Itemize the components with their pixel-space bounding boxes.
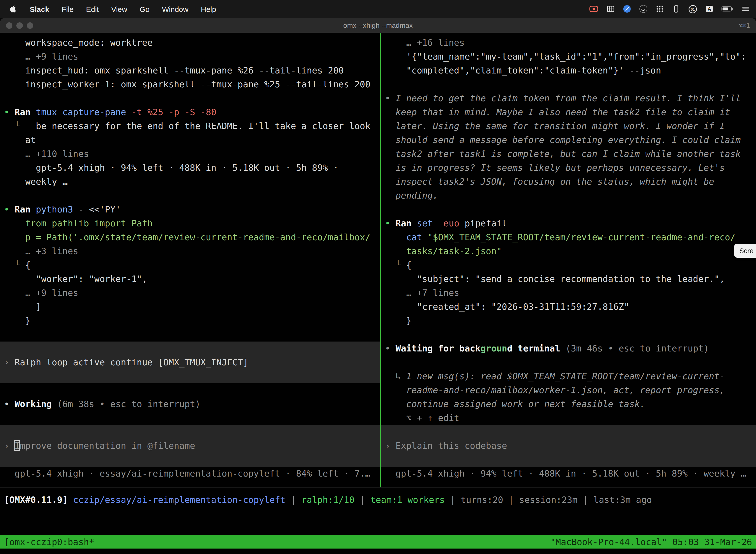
menu-bar-status-icons: 61 A (589, 4, 756, 14)
battery-icon[interactable] (721, 4, 734, 13)
screen-recording-icon[interactable] (589, 4, 599, 13)
text-segment: gpt-5.4 xhigh · 94% left · 488K in · 5.1… (4, 162, 338, 173)
terminal-line (381, 355, 756, 369)
spreadsheet-icon[interactable] (606, 4, 615, 13)
active-app-name[interactable]: Slack (30, 5, 49, 13)
text-segment: | (578, 494, 593, 505)
tmux-status-right: "MacBook-Pro-44.local" 05:03 31-Mar-26 (550, 537, 752, 547)
terminal-line: … +9 lines (0, 286, 380, 300)
text-segment: mprove documentation in @filename (20, 440, 195, 451)
prompt-input-line[interactable]: › Improve documentation in @filename (0, 439, 380, 453)
text-segment: • (385, 93, 396, 103)
window-titlebar: omx --xhigh --madmax ⌥⌘1 (0, 18, 756, 33)
terminal-line: ] (0, 300, 380, 314)
text-segment: be necessary for the end of the README. … (36, 121, 370, 131)
menu-item-file[interactable]: File (62, 5, 73, 13)
menu-item-edit[interactable]: Edit (86, 5, 99, 13)
window-shortcut-badge: ⌥⌘1 (738, 21, 750, 29)
terminal-line (0, 383, 380, 397)
omx-status-line: [OMX#0.11.9] cczip/essay/ai-reimplementa… (0, 493, 756, 507)
terminal-app-icon[interactable] (639, 4, 648, 13)
terminal-line: keep that in mind. Maybe I also need the… (381, 105, 756, 119)
text-segment: -euo (438, 218, 464, 228)
text-segment: cczip/essay/ai-reimplementation-copyleft (73, 494, 285, 505)
screenshot-preview-overlay[interactable]: Scre (734, 244, 756, 258)
screenshot-preview-label: Scre (739, 247, 754, 255)
text-segment: Ralph loop active continue [OMX_TMUX_INJ… (15, 357, 248, 367)
tmux-pane-right[interactable]: … +16 lines '{"team_name":"my-team","tas… (381, 33, 756, 487)
close-button[interactable] (6, 22, 12, 29)
text-segment: Working (15, 399, 57, 409)
text-segment: • (4, 204, 15, 214)
text-segment: p = Path('.omx/state/team/review-current… (4, 232, 370, 242)
text-segment: (3m 46s • esc to interrupt) (566, 343, 709, 353)
text-segment: "created_at": "2026-03-31T11:59:27.816Z" (385, 301, 629, 312)
terminal-line (381, 453, 756, 466)
text-segment: • (385, 343, 396, 353)
terminal-line: … +7 lines (381, 286, 756, 300)
terminal-line: } (381, 314, 756, 328)
screen: Slack FileEditViewGoWindowHelp (0, 0, 756, 554)
terminal-line: … +110 lines (0, 147, 380, 161)
text-segment: turns:20 (460, 494, 503, 505)
tmux-pane-left[interactable]: workspace_mode: worktree … +9 lines insp… (0, 33, 380, 487)
terminal-line: gpt-5.4 xhigh · essay/ai-reimplementatio… (0, 466, 380, 481)
terminal-line: • Ran python3 - <<'PY' (0, 203, 380, 216)
text-segment: gpt-5.4 xhigh · essay/ai-reimplementatio… (4, 468, 370, 479)
battery-gauge-icon[interactable]: 61 (688, 4, 697, 14)
text-segment: python3 (36, 204, 78, 214)
terminal-line (381, 203, 756, 216)
text-segment: continue assigned work or next feasible … (385, 399, 645, 409)
text-segment: should send a message before completing … (385, 134, 741, 145)
apple-menu-icon[interactable] (9, 4, 17, 13)
terminal-line (0, 369, 380, 383)
text-segment: { (406, 260, 412, 270)
input-source-icon[interactable]: A (705, 4, 714, 13)
device-icon[interactable] (672, 4, 681, 13)
terminal-line: • Ran tmux capture-pane -t %25 -p -S -80 (0, 105, 380, 119)
text-segment: | (286, 494, 301, 505)
text-segment: Ran (396, 218, 417, 228)
text-segment: workspace_mode: worktree (4, 37, 153, 48)
terminal-line (381, 425, 756, 439)
terminal-line (0, 411, 380, 425)
minimize-button[interactable] (16, 22, 23, 29)
text-segment (385, 232, 406, 242)
terminal-line: tasks/task-2.json" (381, 244, 756, 258)
text-segment: Ran (15, 107, 36, 117)
text-segment: … +16 lines (385, 37, 464, 48)
menu-item-go[interactable]: Go (140, 5, 149, 13)
text-segment: last:3m ago (593, 494, 652, 505)
terminal-line: should send a message before completing … (381, 133, 756, 147)
terminal-line: inspect task2's JSON, focusing on the st… (381, 175, 756, 189)
text-segment: - <<'PY' (78, 204, 121, 214)
text-segment: | (355, 494, 370, 505)
terminal-line: cat "$OMX_TEAM_STATE_ROOT/team/review-cu… (381, 230, 756, 244)
text-segment: ] (4, 301, 41, 312)
menu-item-view[interactable]: View (111, 5, 127, 13)
terminal-line (0, 328, 380, 341)
text-segment: from pathlib import Path (4, 218, 153, 228)
menu-bar: Slack FileEditViewGoWindowHelp (0, 0, 756, 18)
prompt-input-line[interactable]: › Explain this codebase (381, 439, 756, 453)
terminal-line: ↳ 1 new msg(s): read $OMX_TEAM_STATE_ROO… (381, 369, 756, 383)
app-grid-icon[interactable] (655, 4, 664, 13)
text-segment: set (417, 218, 438, 228)
text-segment: d terminal (507, 343, 566, 353)
text-segment: weekly … (4, 176, 68, 187)
terminal-line (0, 341, 380, 355)
terminal-line: from pathlib import Path (0, 216, 380, 230)
menu-lines-icon[interactable] (741, 4, 750, 13)
text-segment: tmux capture-pane (36, 107, 131, 117)
zoom-button[interactable] (27, 22, 33, 29)
blue-app-icon[interactable] (623, 4, 631, 13)
terminal-line (0, 189, 380, 203)
terminal-line: at (0, 133, 380, 147)
terminal-line: • Working (6m 38s • esc to interrupt) (0, 397, 380, 411)
menu-item-window[interactable]: Window (162, 5, 189, 13)
text-segment: └ (385, 260, 406, 270)
injected-prompt-line: › Ralph loop active continue [OMX_TMUX_I… (0, 355, 380, 369)
menu-item-help[interactable]: Help (201, 5, 216, 13)
terminal-line: └ { (0, 258, 380, 272)
text-segment: … +3 lines (4, 246, 78, 256)
